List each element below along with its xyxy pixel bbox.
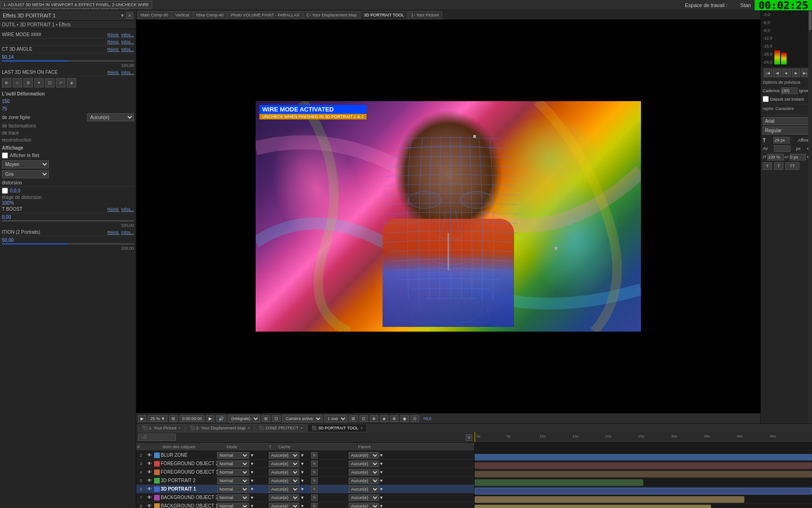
cache-dropdown-8[interactable]: Aucun(e) <box>269 503 299 508</box>
boost-infos[interactable]: Infos... <box>121 207 134 212</box>
mode-dropdown-3[interactable]: Normal <box>217 460 249 467</box>
parent-dropdown-6[interactable]: Aucun(e) <box>349 486 379 492</box>
depuis-checkbox[interactable] <box>763 96 769 102</box>
infos-btn-2[interactable]: Infos... <box>121 40 134 44</box>
pos-slider[interactable] <box>2 243 134 245</box>
vp-tool-1[interactable]: ⊞ <box>349 415 358 422</box>
tl-tab-picture-close[interactable]: × <box>179 426 181 430</box>
layer-vis-2[interactable]: 👁 <box>146 452 153 458</box>
pos-reinit[interactable]: Réinit. <box>107 230 119 235</box>
fit-btn[interactable]: ⊞ <box>169 415 178 422</box>
cache-dropdown-6[interactable]: Aucun(e) <box>269 486 299 492</box>
boost-slider[interactable] <box>2 220 134 222</box>
align-center-btn[interactable]: T <box>774 162 783 170</box>
last-mesh-reinit[interactable]: Réinit. <box>107 70 119 75</box>
vp-tool-6[interactable]: ◉ <box>400 415 409 422</box>
timecode-btn[interactable]: 0:00:00:00 <box>180 415 204 422</box>
tl-tab-3d-close[interactable]: × <box>360 426 363 430</box>
caractere-tab[interactable]: Caractère <box>775 106 794 111</box>
parent-dropdown-5[interactable]: Aucun(e) <box>349 477 379 484</box>
grid-btn2[interactable]: ⊡ <box>272 415 281 422</box>
mode-dropdown-2[interactable]: Normal <box>217 452 249 459</box>
mode-dropdown-4[interactable]: Normal <box>217 469 249 476</box>
font-size-input[interactable] <box>773 137 790 143</box>
grid-btn[interactable]: ⊞ <box>262 415 270 422</box>
prev-play-btn[interactable]: ▶ <box>792 69 800 77</box>
layer-vis-7[interactable]: 👁 <box>146 495 153 500</box>
scale-input[interactable] <box>767 154 784 160</box>
switch-fx-6[interactable]: fx <box>311 486 318 492</box>
left-panel-scrollbar[interactable] <box>808 10 812 423</box>
switch-fx-2[interactable]: fx <box>311 452 318 459</box>
parent-dropdown-2[interactable]: Aucun(e) <box>349 452 379 459</box>
panel-menu-icon[interactable]: ≡ <box>126 12 133 19</box>
vp-tool-7[interactable]: ⊙ <box>411 415 419 422</box>
tool-icon-1[interactable]: ⊕ <box>2 78 11 87</box>
comp-tab-picture[interactable]: 1- Your Picture <box>408 11 442 19</box>
tool-icon-4[interactable]: ✦ <box>34 78 44 87</box>
zoom-btn[interactable]: 25 % ▼ <box>148 415 167 422</box>
layer-vis-4[interactable]: 👁 <box>146 469 153 475</box>
wire-mode-reinit[interactable]: Réinit. <box>107 32 119 37</box>
parent-dropdown-8[interactable]: Aucun(e) <box>349 503 379 508</box>
vp-tool-4[interactable]: ◈ <box>380 415 388 422</box>
gris-dropdown[interactable]: Gris <box>2 170 49 178</box>
comp-tab-vertical[interactable]: Vertical <box>172 11 193 19</box>
afficher-filet-checkbox[interactable] <box>2 152 8 159</box>
switch-fx-5[interactable]: fx <box>311 477 318 484</box>
tool-icon-7[interactable]: ◈ <box>67 78 76 87</box>
vp-tool-3[interactable]: ⊕ <box>370 415 378 422</box>
tl-tab-displacement-close[interactable]: × <box>248 426 250 430</box>
preview-dropdown[interactable]: (Intégrale) <box>228 415 260 422</box>
pos-infos[interactable]: Infos... <box>121 230 134 235</box>
wire-mode-infos[interactable]: Infos... <box>121 32 134 37</box>
tool-icon-3[interactable]: ⚙ <box>23 78 33 87</box>
prev-skip-btn[interactable]: |◀ <box>764 69 772 77</box>
audio-btn[interactable]: 🔊 <box>216 415 226 422</box>
parent-dropdown-7[interactable]: Aucun(e) <box>349 494 379 501</box>
layer-vis-8[interactable]: 👁 <box>146 503 153 508</box>
distortion-checkbox[interactable] <box>2 188 8 194</box>
comp-tab-photo[interactable]: Photo VOLUME PAINT - PARALLAX <box>227 11 303 19</box>
comp-tab-mixe[interactable]: Mixe Comp-40 <box>193 11 227 19</box>
comp-tab-main[interactable]: Main Comp-90 <box>137 11 172 19</box>
layer-vis-5[interactable]: 👁 <box>146 478 153 483</box>
play-btn[interactable]: ▶ <box>206 415 214 422</box>
ct-angle-reinit[interactable]: Réinit. <box>107 47 119 52</box>
mode-dropdown-7[interactable]: Normal <box>217 494 249 501</box>
comp-tab-3dportrait[interactable]: 3D PORTRAIT TOOL <box>360 11 407 19</box>
vp-icon-btn[interactable]: ▶ <box>138 415 146 422</box>
prev-stop-btn[interactable]: ■ <box>782 69 791 77</box>
zone-figee-dropdown[interactable]: Aucun(e) <box>87 113 134 121</box>
layer-vis-3[interactable]: 👁 <box>146 461 153 466</box>
mode-dropdown-6[interactable]: Normal <box>217 486 249 492</box>
parent-dropdown-3[interactable]: Aucun(e) <box>349 460 379 467</box>
cache-dropdown-4[interactable]: Aucun(e) <box>269 469 299 476</box>
timeline-menu-icon[interactable]: ≡ <box>466 434 472 441</box>
camera-dropdown[interactable]: Caméra active <box>282 415 322 422</box>
cadence-input[interactable] <box>781 87 797 94</box>
views-dropdown[interactable]: 1 vue <box>324 415 347 422</box>
cache-dropdown-7[interactable]: Aucun(e) <box>269 494 299 501</box>
switch-fx-7[interactable]: fx <box>311 494 318 501</box>
vp-tool-5[interactable]: ⊗ <box>390 415 398 422</box>
switch-fx-8[interactable]: fx <box>311 503 318 508</box>
kern-input[interactable] <box>774 145 790 152</box>
tl-tab-zone-close[interactable]: × <box>300 426 303 430</box>
mode-dropdown-5[interactable]: Normal <box>217 477 249 484</box>
tool-icon-5[interactable]: ⊡ <box>45 78 55 87</box>
cache-dropdown-5[interactable]: Aucun(e) <box>269 477 299 484</box>
tl-tab-3dportrait[interactable]: ⬛ 3D PORTRAIT TOOL × <box>307 424 367 432</box>
switch-fx-3[interactable]: fx <box>311 460 318 467</box>
tl-tab-picture[interactable]: ⬛ 1- Your Picture × <box>138 424 185 432</box>
layer-vis-6[interactable]: 👁 <box>146 486 153 492</box>
ct-angle-slider[interactable] <box>2 60 134 62</box>
tool-icon-6[interactable]: ↗ <box>56 78 65 87</box>
last-mesh-infos[interactable]: Infos... <box>121 70 134 75</box>
reinit-btn-2[interactable]: Réinit. <box>107 40 119 44</box>
boost-reinit[interactable]: Réinit. <box>107 207 119 212</box>
mode-dropdown-8[interactable]: Normal <box>217 503 249 508</box>
font-style-display[interactable]: Regular <box>763 127 810 135</box>
font-name-display[interactable]: Arial <box>763 117 810 125</box>
comp-tab-displacement[interactable]: C- Your Displacement Map <box>303 11 360 19</box>
